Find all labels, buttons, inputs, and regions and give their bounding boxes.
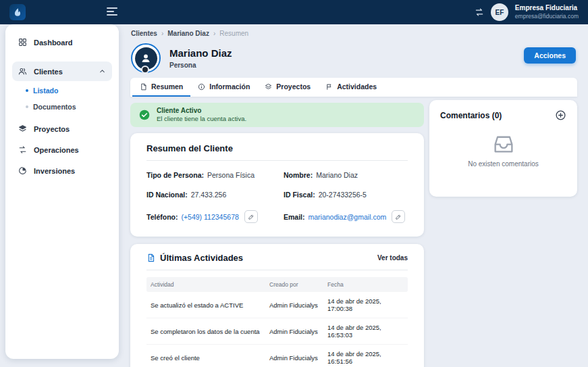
breadcrumb-separator: › — [213, 30, 215, 37]
add-comment-button[interactable] — [555, 109, 566, 121]
tab-resumen[interactable]: Resumen — [132, 78, 190, 97]
field-id-nacional: ID Nacional: 27.433.256 — [146, 191, 284, 199]
breadcrumb-clientes[interactable]: Clientes — [131, 30, 157, 37]
avatar-camera-badge[interactable] — [141, 66, 149, 74]
flag-icon — [325, 83, 333, 91]
sidebar-submenu-clientes: Listado Documentos — [5, 82, 119, 115]
edit-email-button[interactable] — [392, 210, 405, 223]
sidebar-item-inversiones[interactable]: Inversiones — [12, 161, 112, 180]
sidebar-item-label: Operaciones — [34, 146, 79, 154]
edit-phone-button[interactable] — [244, 210, 258, 223]
column-header-fecha: Fecha — [323, 277, 408, 292]
field-tipo-persona: Tipo de Persona: Persona Física — [146, 171, 284, 179]
sidebar-item-proyectos[interactable]: Proyectos — [12, 119, 112, 139]
empty-inbox-icon — [491, 132, 516, 155]
org-avatar[interactable]: EF — [491, 3, 508, 21]
breadcrumb-current: Resumen — [219, 30, 248, 37]
tab-label: Proyectos — [276, 82, 311, 91]
phone-link[interactable]: (+549) 112345678 — [181, 213, 238, 221]
investments-icon — [18, 166, 27, 175]
app-window: EF Empresa Fiduciaria empresa@fiduciaria… — [0, 0, 588, 367]
client-type-label: Persona — [169, 62, 232, 69]
field-nombre: Nombre: Mariano Diaz — [284, 171, 408, 179]
org-email: empresa@fiduciaria.com — [515, 13, 579, 20]
sidebar-item-clientes[interactable]: Clientes — [12, 62, 112, 81]
banner-title: Cliente Activo — [157, 106, 246, 115]
main-content: Clientes › Mariano Diaz › Resumen Marian… — [130, 24, 577, 367]
table-row: Se actualizó el estado a ACTIVE Admin Fi… — [146, 292, 408, 318]
field-telefono: Teléfono: (+549) 112345678 — [146, 210, 284, 223]
view-all-link[interactable]: Ver todas — [377, 254, 408, 262]
flame-icon — [13, 7, 22, 17]
sidebar-subitem-label: Documentos — [33, 103, 76, 111]
info-icon — [198, 83, 205, 91]
client-header: Mariano Diaz Persona Acciones — [131, 42, 577, 74]
sidebar-item-listado[interactable]: Listado — [5, 82, 119, 99]
sidebar-item-label: Inversiones — [34, 167, 75, 175]
person-icon — [140, 52, 152, 64]
activities-card-title: Últimas Actividades — [160, 253, 243, 263]
document-icon — [140, 83, 147, 91]
actions-button[interactable]: Acciones — [524, 47, 576, 64]
tab-proyectos[interactable]: Proyectos — [257, 78, 318, 97]
brand-logo — [9, 4, 26, 20]
summary-card-title: Resumen del Cliente — [146, 143, 408, 161]
tab-label: Resumen — [151, 82, 183, 91]
plus-circle-icon — [555, 109, 566, 121]
table-header-row: Actividad Creado por Fecha — [146, 277, 408, 292]
transfer-icon[interactable] — [475, 7, 484, 17]
comments-card: Comentarios (0) No existen comentarios — [429, 100, 577, 197]
tab-label: Información — [209, 82, 250, 91]
comments-empty-state: No existen comentarios — [440, 132, 566, 168]
banner-subtitle: El cliente tiene la cuenta activa. — [157, 115, 246, 123]
email-link[interactable]: marianodiaz@gmail.com — [309, 213, 387, 221]
sidebar-item-dashboard[interactable]: Dashboard — [12, 32, 112, 52]
column-header-creado-por: Creado por — [265, 277, 323, 292]
layers-icon — [265, 83, 272, 91]
dashboard-icon — [18, 38, 27, 47]
breadcrumb: Clientes › Mariano Diaz › Resumen — [131, 30, 248, 37]
sidebar-item-documentos[interactable]: Documentos — [5, 99, 119, 115]
column-header-actividad: Actividad — [146, 277, 265, 292]
check-circle-icon — [139, 109, 150, 120]
org-info[interactable]: Empresa Fiduciaria empresa@fiduciaria.co… — [515, 4, 579, 20]
tab-informacion[interactable]: Información — [190, 78, 257, 97]
tabs-bar: Resumen Información Proyectos — [130, 78, 577, 97]
edit-pencil-icon — [248, 214, 255, 220]
breadcrumb-separator: › — [161, 30, 163, 37]
table-row: Se completaron los datos de la cuenta Ad… — [146, 318, 408, 345]
activities-table: Actividad Creado por Fecha Se actualizó … — [146, 277, 408, 367]
sidebar: Dashboard Clientes Listado Document — [5, 24, 119, 359]
activities-card: Últimas Actividades Ver todas Actividad … — [130, 244, 424, 367]
status-banner: Cliente Activo El cliente tiene la cuent… — [130, 103, 424, 127]
sidebar-item-operaciones[interactable]: Operaciones — [12, 140, 112, 160]
sidebar-item-label: Clientes — [34, 68, 63, 76]
client-summary-card: Resumen del Cliente Tipo de Persona: Per… — [130, 133, 424, 237]
document-icon — [146, 253, 155, 262]
bullet-icon — [26, 89, 28, 92]
page-title: Mariano Diaz — [169, 47, 232, 59]
field-id-fiscal: ID Fiscal: 20-27433256-5 — [284, 191, 408, 199]
bullet-icon — [26, 105, 28, 108]
sidebar-item-label: Dashboard — [34, 39, 72, 47]
comments-empty-text: No existen comentarios — [468, 160, 539, 168]
topbar: EF Empresa Fiduciaria empresa@fiduciaria… — [0, 0, 588, 24]
table-row: Se creó el cliente Admin Fiducialys 14 d… — [146, 345, 408, 367]
operations-icon — [18, 145, 27, 154]
org-name: Empresa Fiduciaria — [515, 4, 579, 13]
chevron-up-icon — [99, 68, 106, 75]
projects-icon — [18, 124, 27, 133]
field-email: Email: marianodiaz@gmail.com — [284, 210, 408, 223]
edit-pencil-icon — [395, 214, 402, 220]
sidebar-subitem-label: Listado — [33, 87, 58, 95]
sidebar-item-label: Proyectos — [34, 125, 70, 133]
breadcrumb-cliente[interactable]: Mariano Diaz — [167, 30, 209, 37]
comments-card-title: Comentarios (0) — [440, 111, 502, 120]
clients-icon — [18, 67, 27, 76]
client-avatar[interactable] — [131, 43, 161, 73]
tab-actividades[interactable]: Actividades — [318, 78, 384, 97]
hamburger-menu-icon[interactable] — [107, 7, 117, 17]
tab-label: Actividades — [337, 82, 377, 91]
